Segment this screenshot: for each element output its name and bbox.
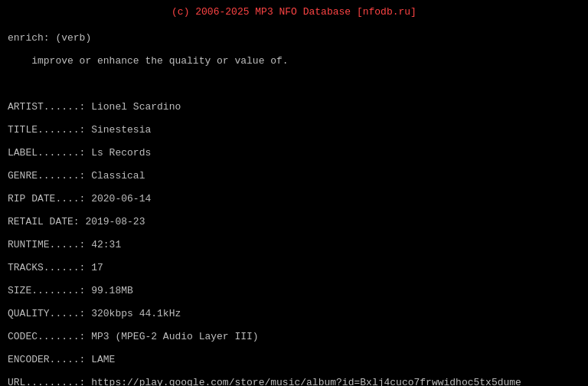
genre-line: GENRE.......: Classical	[8, 170, 145, 182]
size-line: SIZE........: 99.18MB	[8, 285, 133, 296]
tracks-line: TRACKS......: 17	[8, 262, 103, 273]
codec-line: CODEC.......: MP3 (MPEG-2 Audio Layer II…	[8, 331, 259, 342]
title-line: TITLE.......: Sinestesia	[8, 124, 151, 136]
runtime-line: RUNTIME.....: 42:31	[8, 239, 121, 250]
url-line: URL.........: https://play.google.com/st…	[8, 377, 521, 386]
label-line: LABEL.......: Ls Records	[8, 147, 151, 159]
quality-line: QUALITY.....: 320kbps 44.1kHz	[8, 308, 181, 319]
enrich-def: improve or enhance the quality or value …	[8, 55, 289, 67]
retail-date-line: RETAIL DATE: 2019-08-23	[8, 216, 145, 227]
enrich-label: enrich: (verb)	[8, 32, 91, 44]
copyright-line: (c) 2006-2025 MP3 NFO Database [nfodb.ru…	[8, 6, 580, 18]
rip-date-line: RIP DATE....: 2020-06-14	[8, 193, 151, 204]
page-content: enrich: (verb) improve or enhance the qu…	[8, 21, 580, 386]
encoder-line: ENCODER.....: LAME	[8, 354, 115, 365]
artist-line: ARTIST......: Lionel Scardino	[8, 101, 181, 113]
